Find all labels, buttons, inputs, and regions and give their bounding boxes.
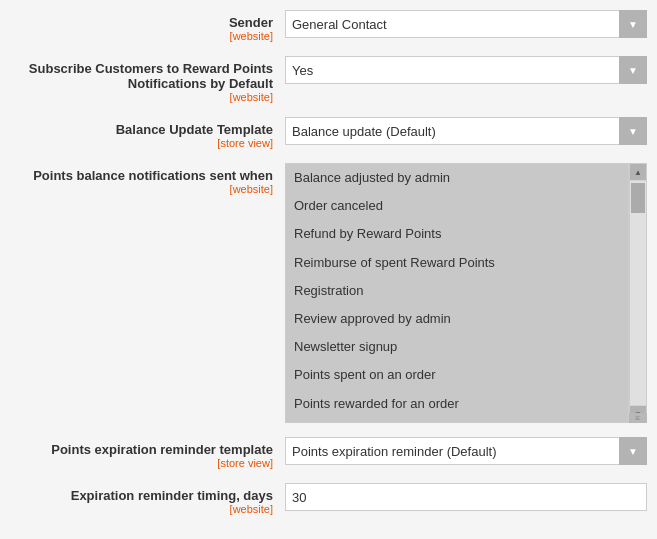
- expiration-reminder-timing-scope: [website]: [10, 503, 273, 515]
- subscribe-customers-row: Subscribe Customers to Reward Points Not…: [0, 56, 657, 103]
- list-item[interactable]: Points rewarded for an order: [286, 390, 628, 418]
- points-balance-notifications-listbox-wrapper: Balance adjusted by admin Order canceled…: [285, 163, 647, 423]
- expiration-reminder-template-row: Points expiration reminder template [sto…: [0, 437, 657, 469]
- subscribe-customers-select-wrapper: Yes No ▼: [285, 56, 647, 84]
- scrollbar-up-button[interactable]: ▲: [630, 164, 646, 180]
- resize-dots-icon: ≡: [635, 414, 641, 423]
- sender-select[interactable]: General Contact Sales Representative Cus…: [285, 10, 647, 38]
- sender-scope: [website]: [10, 30, 273, 42]
- list-item[interactable]: Balance adjusted by admin: [286, 164, 628, 192]
- scrollbar-thumb[interactable]: [631, 183, 645, 213]
- expiration-reminder-template-select[interactable]: Points expiration reminder (Default): [285, 437, 647, 465]
- balance-update-template-scope: [store view]: [10, 137, 273, 149]
- points-balance-notifications-row: Points balance notifications sent when […: [0, 163, 657, 423]
- sender-label: Sender: [10, 15, 273, 30]
- points-balance-notifications-label-col: Points balance notifications sent when […: [10, 163, 285, 195]
- sender-row: Sender [website] General Contact Sales R…: [0, 10, 657, 42]
- balance-update-template-select[interactable]: Balance update (Default): [285, 117, 647, 145]
- list-item[interactable]: Points spent on an order: [286, 361, 628, 389]
- points-balance-notifications-label: Points balance notifications sent when: [10, 168, 273, 183]
- balance-update-template-label: Balance Update Template: [10, 122, 273, 137]
- expiration-reminder-timing-control: [285, 483, 647, 511]
- list-item[interactable]: Review approved by admin: [286, 305, 628, 333]
- subscribe-customers-select[interactable]: Yes No: [285, 56, 647, 84]
- sender-control: General Contact Sales Representative Cus…: [285, 10, 647, 38]
- points-balance-notifications-listbox[interactable]: Balance adjusted by admin Order canceled…: [285, 163, 629, 423]
- subscribe-customers-scope: [website]: [10, 91, 273, 103]
- list-item[interactable]: Refund by Reward Points: [286, 220, 628, 248]
- subscribe-customers-control: Yes No ▼: [285, 56, 647, 84]
- expiration-reminder-timing-label-col: Expiration reminder timing, days [websit…: [10, 483, 285, 515]
- list-item[interactable]: Points rewarded for product share: [286, 418, 628, 423]
- balance-update-template-select-wrapper: Balance update (Default) ▼: [285, 117, 647, 145]
- balance-update-template-row: Balance Update Template [store view] Bal…: [0, 117, 657, 149]
- expiration-reminder-template-control: Points expiration reminder (Default) ▼: [285, 437, 647, 465]
- expiration-reminder-timing-row: Expiration reminder timing, days [websit…: [0, 483, 657, 515]
- subscribe-customers-label: Subscribe Customers to Reward Points Not…: [10, 61, 273, 91]
- balance-update-template-control: Balance update (Default) ▼: [285, 117, 647, 145]
- list-item[interactable]: Order canceled: [286, 192, 628, 220]
- expiration-reminder-timing-input[interactable]: [285, 483, 647, 511]
- scrollbar-track: [630, 181, 646, 405]
- list-item[interactable]: Registration: [286, 277, 628, 305]
- expiration-reminder-template-scope: [store view]: [10, 457, 273, 469]
- expiration-reminder-template-label-col: Points expiration reminder template [sto…: [10, 437, 285, 469]
- sender-label-col: Sender [website]: [10, 10, 285, 42]
- expiration-reminder-timing-label: Expiration reminder timing, days: [10, 488, 273, 503]
- listbox-scrollbar[interactable]: ▲ ▼: [629, 163, 647, 423]
- points-balance-notifications-control: Balance adjusted by admin Order canceled…: [285, 163, 647, 423]
- expiration-reminder-template-select-wrapper: Points expiration reminder (Default) ▼: [285, 437, 647, 465]
- points-balance-notifications-scope: [website]: [10, 183, 273, 195]
- expiration-reminder-template-label: Points expiration reminder template: [10, 442, 273, 457]
- sender-select-wrapper: General Contact Sales Representative Cus…: [285, 10, 647, 38]
- list-item[interactable]: Reimburse of spent Reward Points: [286, 249, 628, 277]
- list-item[interactable]: Newsletter signup: [286, 333, 628, 361]
- balance-update-template-label-col: Balance Update Template [store view]: [10, 117, 285, 149]
- subscribe-customers-label-col: Subscribe Customers to Reward Points Not…: [10, 56, 285, 103]
- listbox-resize-handle[interactable]: ≡: [629, 413, 647, 423]
